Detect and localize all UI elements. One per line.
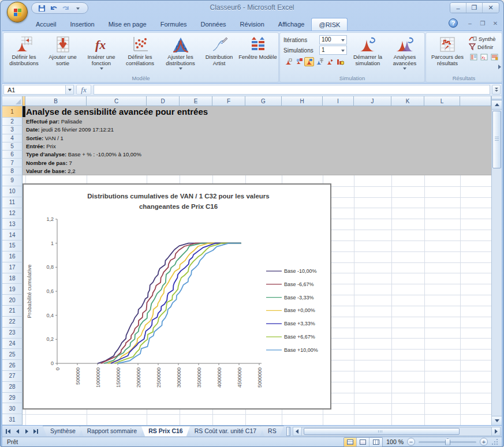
cells-area[interactable]: Analyse de sensibilité avancée pour entr… [23,106,491,425]
browse-results-button[interactable]: Parcours des résultats [427,34,468,66]
add-output-button[interactable]: Ajouter une sortie [43,34,82,66]
sensitivity-chart[interactable]: Distributions cumulatives de VAN / 1 C32… [23,183,331,410]
column-header-j[interactable]: J [354,96,391,106]
column-header-i[interactable]: I [323,96,354,106]
row-header-3[interactable]: 3 [2,126,23,134]
column-header-partial[interactable] [460,96,491,106]
scroll-left-button[interactable] [293,427,302,435]
summary-button[interactable]: Synthè [469,35,499,42]
scroll-down-button[interactable] [492,416,502,425]
row-header-8[interactable]: 8 [2,167,23,175]
sim-random-button[interactable] [294,57,304,66]
row-header-4[interactable]: 4 [2,134,23,142]
simulations-combo[interactable]: 1 [319,46,347,55]
sim-step-button[interactable]: ! [325,57,335,66]
row-header-7[interactable]: 7 [2,159,23,167]
iterations-combo[interactable]: 100 [319,35,347,44]
zoom-slider-thumb[interactable] [445,438,450,445]
row-header-29[interactable]: 29 [2,393,23,404]
office-button[interactable] [7,2,28,22]
sheet-grid[interactable]: BCDEFGHIJKL 1234567891011121314151617181… [2,96,491,425]
sheet-tab-synthese[interactable]: Synthèse [43,426,83,437]
row-header-11[interactable]: 11 [2,197,23,208]
help-button[interactable]: ? [449,18,458,28]
resize-grip[interactable] [491,438,498,445]
row-header-19[interactable]: 19 [2,284,23,295]
advanced-analyses-button[interactable]: Analyses avancées [386,34,423,70]
tab-accueil[interactable]: Accueil [29,18,63,31]
column-header-g[interactable]: G [245,96,282,106]
scroll-up-button[interactable] [492,100,502,110]
split-handle[interactable] [492,96,502,100]
expand-formula-bar-button[interactable] [492,85,501,95]
row-header-9[interactable]: 9 [2,175,23,186]
tab-splitter[interactable] [286,427,290,436]
tab-insertion[interactable]: Insertion [63,18,101,31]
row-header-21[interactable]: 21 [2,306,23,317]
last-sheet-button[interactable] [31,427,40,436]
row-header-16[interactable]: 16 [2,251,23,262]
page-break-view-button[interactable] [369,438,382,446]
row-header-10[interactable]: 10 [2,186,23,197]
column-header-h[interactable]: H [282,96,323,106]
horizontal-scroll-thumb[interactable] [304,428,460,435]
close-button[interactable]: ✕ [483,3,499,13]
row-header-5[interactable]: 5 [2,142,23,151]
sheet-tab-rs-prix-c16[interactable]: RS Prix C16 [141,426,191,437]
tab-r-vision[interactable]: Révision [233,18,271,31]
sim-timer-button[interactable] [335,57,345,66]
sheet-tab-rapport-sommaire[interactable]: Rapport sommaire [80,426,144,437]
formula-input[interactable] [94,85,490,95]
model-window-button[interactable]: Fenêtre Modèle [238,34,277,61]
tab-formules[interactable]: Formules [154,18,194,31]
more-commands-arrow-icon[interactable] [498,65,501,69]
column-header-e[interactable]: E [180,96,212,106]
row-header-12[interactable]: 12 [2,208,23,219]
vertical-scroll-thumb[interactable] [492,111,501,168]
column-header-k[interactable]: K [391,96,424,106]
zoom-out-button[interactable]: − [407,438,415,446]
next-sheet-button[interactable] [22,427,31,436]
active-cell-a1[interactable] [23,106,25,117]
row-header-26[interactable]: 26 [2,360,23,371]
tab-risk[interactable]: @RISK [311,18,348,31]
row-header-13[interactable]: 13 [2,219,23,230]
row-header-28[interactable]: 28 [2,382,23,393]
row-header-15[interactable]: 15 [2,241,23,251]
row-header-22[interactable]: 22 [2,317,23,328]
select-all-corner[interactable] [2,96,23,106]
workbook-restore-button[interactable]: ❐ [477,19,488,27]
zoom-in-button[interactable]: + [480,438,488,446]
row-header-25[interactable]: 25 [2,349,23,360]
row-header-27[interactable]: 27 [2,371,23,382]
insert-function-button[interactable]: fx Insérer une fonction [82,34,121,70]
restore-button[interactable]: ❐ [466,3,483,13]
workbook-close-button[interactable]: ✕ [490,19,501,27]
column-header-d[interactable]: D [147,96,180,106]
tab-affichage[interactable]: Affichage [271,18,312,31]
stats-function-button[interactable]: x₁ [479,52,489,62]
start-simulation-button[interactable]: Démarrer la simulation [349,34,386,66]
name-box-arrow[interactable] [66,85,74,95]
column-header-f[interactable]: F [212,96,245,106]
define-correlations-button[interactable]: Définir les corrélations [121,34,159,66]
horizontal-scrollbar[interactable] [293,427,501,436]
filter-button[interactable]: Définir [469,43,499,50]
distribution-artist-button[interactable]: Distribution Artist [200,34,238,66]
sim-window-button[interactable] [315,57,324,66]
row-header-6[interactable]: 6 [2,151,23,159]
prev-sheet-button[interactable] [13,427,22,436]
tab-mise-en-page[interactable]: Mise en page [102,18,154,31]
row-header-30[interactable]: 30 [2,403,23,414]
row-header-20[interactable]: 20 [2,295,23,306]
sheet-tab-rs[interactable]: RS [260,426,284,437]
page-layout-view-button[interactable] [357,438,369,446]
sheet-tab-rs-cout-var-unite-c17[interactable]: RS Coût var. unité C17 [187,426,264,437]
insert-function-fx-button[interactable]: fx [76,85,91,95]
scroll-right-button[interactable] [491,427,500,435]
zoom-level[interactable]: 100 % [386,438,404,445]
row-header-2[interactable]: 2 [2,118,23,126]
workbook-minimize-button[interactable]: – [465,19,475,27]
row-header-18[interactable]: 18 [2,273,23,284]
column-header-l[interactable]: L [424,96,460,106]
